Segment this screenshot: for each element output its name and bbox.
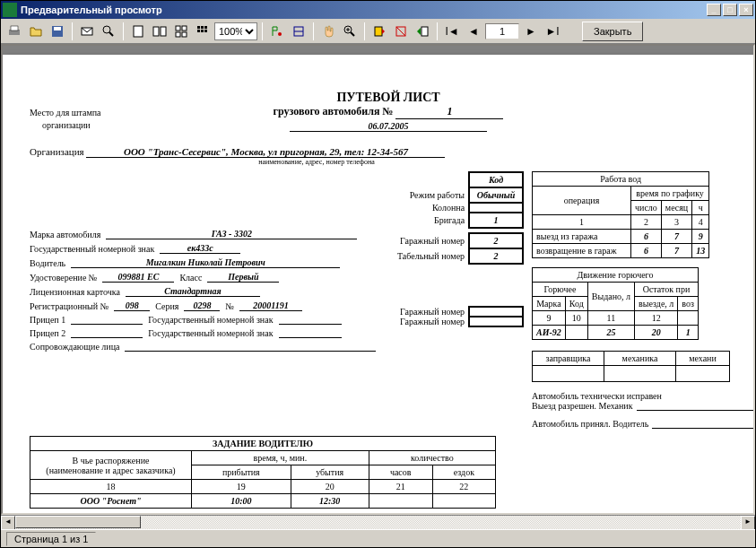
doc-title: ПУТЕВОЙ ЛИСТ — [173, 91, 604, 105]
assignment-customer: ООО "Роснет" — [30, 494, 192, 509]
svg-rect-17 — [197, 30, 200, 32]
svg-rect-1 — [11, 26, 18, 30]
maximize-button[interactable]: □ — [723, 4, 737, 16]
reg-series: 0298 — [184, 300, 220, 311]
org-caption: наименование, адрес, номер телефона — [92, 158, 541, 166]
view-grid-button[interactable] — [171, 22, 191, 41]
svg-line-6 — [109, 32, 113, 36]
cert-number: 099881 ЕС — [102, 272, 174, 283]
work-schedule-table: Работа вод операция время по графику чис… — [532, 171, 709, 258]
app-icon — [3, 3, 17, 17]
tool-a-button[interactable] — [267, 22, 287, 41]
h-scrollbar[interactable]: ◄ ► — [1, 515, 755, 529]
svg-rect-16 — [204, 26, 207, 29]
svg-rect-8 — [153, 27, 159, 36]
scroll-left-button[interactable]: ◄ — [1, 516, 15, 530]
code-table: Код Режим работыОбычный Колонна Бригада1… — [397, 171, 524, 327]
nav-last-button[interactable]: ►I — [543, 22, 562, 41]
svg-point-5 — [103, 26, 110, 33]
close-window-button[interactable]: × — [739, 4, 753, 16]
svg-rect-10 — [176, 26, 180, 30]
fuel-table: Движение горючего ГорючееВыдано, лОстато… — [532, 267, 699, 340]
trailer2 — [71, 337, 143, 338]
svg-line-29 — [396, 27, 405, 36]
doc-number: 1 — [395, 105, 503, 119]
view-two-page-button[interactable] — [150, 22, 169, 41]
tool-e-button[interactable] — [413, 22, 432, 41]
fuel-sign-table: заправщикамеханикамехани — [532, 351, 730, 382]
svg-rect-14 — [197, 26, 200, 29]
assignment-arrive: 10:00 — [192, 494, 291, 509]
column-value — [469, 203, 523, 213]
mail-button[interactable] — [77, 22, 97, 41]
view-thumbs-button[interactable] — [193, 22, 213, 41]
scroll-thumb[interactable] — [15, 516, 141, 528]
brigade-value: 1 — [469, 213, 523, 228]
tool-b-button[interactable] — [289, 22, 308, 41]
license-card: Стандартная — [126, 286, 260, 297]
svg-point-20 — [278, 32, 282, 36]
reg-no: 098 — [114, 300, 150, 311]
preview-area[interactable]: Место для штампа организации ПУТЕВОЙ ЛИС… — [1, 44, 755, 515]
svg-rect-18 — [201, 30, 204, 32]
svg-rect-15 — [201, 26, 204, 29]
driver-name: Мигалкин Николай Петрович — [71, 257, 340, 268]
garage-no-value: 2 — [469, 233, 523, 248]
doc-subtitle: грузового автомобиля № 1 — [173, 105, 604, 119]
svg-line-26 — [351, 32, 354, 36]
assignment-table: ЗАДАНИЕ ВОДИТЕЛЮ В чье распоряжение (наи… — [30, 436, 496, 509]
print-button[interactable] — [4, 22, 24, 41]
svg-rect-11 — [182, 26, 187, 30]
save-button[interactable] — [48, 22, 67, 41]
minimize-button[interactable]: _ — [707, 4, 721, 16]
tool-c-button[interactable] — [369, 22, 389, 41]
stamp-placeholder: Место для штампа организации — [30, 107, 101, 132]
view-page-button[interactable] — [128, 22, 148, 41]
svg-rect-13 — [182, 32, 187, 37]
mode-value: Обычный — [469, 187, 523, 203]
svg-rect-3 — [54, 27, 61, 30]
mech-notes: Автомобиль технически исправен Выезд раз… — [532, 391, 755, 429]
vehicle-brand: ГАЗ - 3302 — [106, 229, 357, 239]
svg-rect-12 — [176, 32, 180, 37]
org-label: Организация — [30, 146, 84, 157]
svg-rect-9 — [161, 27, 166, 36]
document-page: Место для штампа организации ПУТЕВОЙ ЛИС… — [3, 55, 755, 515]
statusbar: Страница 1 из 1 — [1, 529, 755, 547]
tab-no-value: 2 — [469, 248, 523, 264]
tool-d-button[interactable] — [391, 22, 411, 41]
doc-date: 06.07.2005 — [290, 121, 487, 132]
open-button[interactable] — [26, 22, 46, 41]
svg-rect-27 — [375, 27, 382, 36]
page-number-input[interactable] — [485, 23, 519, 39]
driver-class: Первый — [207, 272, 279, 283]
close-preview-button[interactable]: Закрыть — [582, 22, 643, 41]
zoom-select[interactable]: 100% — [214, 22, 257, 40]
nav-prev-button[interactable]: ◄ — [464, 22, 483, 41]
titlebar: Предварительный просмотр _ □ × — [1, 1, 755, 19]
assignment-depart: 12:30 — [291, 494, 369, 509]
escort — [125, 351, 376, 352]
org-value: ООО "Транс-Сесервис", Москва, ул пригорн… — [86, 146, 445, 158]
find-button[interactable] — [99, 22, 118, 41]
vehicle-plate: ек433с — [160, 243, 240, 254]
svg-rect-30 — [421, 27, 428, 36]
reg-num: 20001191 — [239, 300, 302, 311]
toolbar: 100% I◄ ◄ ► ►I Закрыть — [1, 19, 755, 44]
window-title: Предварительный просмотр — [21, 4, 707, 15]
svg-rect-7 — [134, 26, 143, 37]
trailer1 — [71, 324, 143, 325]
nav-next-button[interactable]: ► — [521, 22, 541, 41]
zoom-tool-button[interactable] — [340, 22, 360, 41]
status-page: Страница 1 из 1 — [6, 532, 96, 546]
scroll-right-button[interactable]: ► — [741, 516, 755, 530]
hand-tool-button[interactable] — [318, 22, 338, 41]
svg-rect-19 — [204, 30, 207, 32]
nav-first-button[interactable]: I◄ — [442, 22, 462, 41]
